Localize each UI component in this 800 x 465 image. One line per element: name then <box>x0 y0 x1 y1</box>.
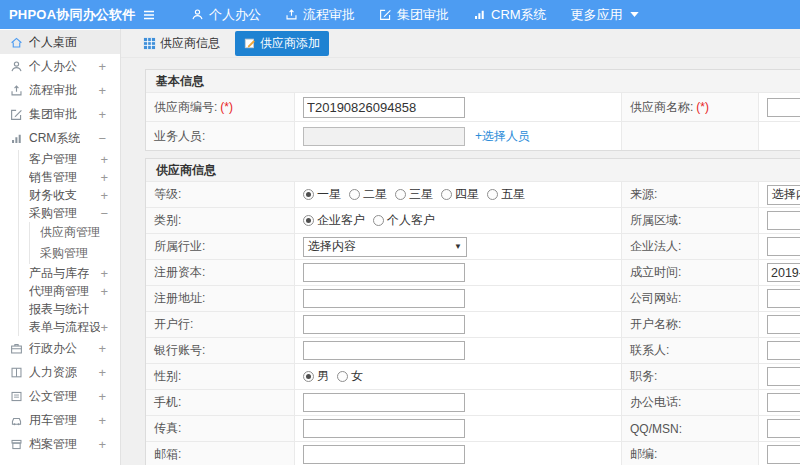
sidebar-item-label: 代理商管理 <box>29 283 89 300</box>
nav-personal-office[interactable]: 个人办公 <box>191 6 261 24</box>
reg-capital-input[interactable] <box>303 263 465 282</box>
level-radio-4[interactable]: 五星 <box>487 186 525 203</box>
home-icon <box>10 36 23 49</box>
sidebar-item-archive-mgmt[interactable]: 档案管理+ <box>0 432 120 456</box>
nav-group-approval[interactable]: 集团审批 <box>379 6 449 24</box>
expand-icon[interactable]: + <box>100 321 108 334</box>
contact-person-label: 联系人: <box>621 338 758 363</box>
expand-icon[interactable]: + <box>98 84 106 97</box>
level-radio-1[interactable]: 二星 <box>349 186 387 203</box>
sidebar-item-doc-mgmt[interactable]: 公文管理+ <box>0 384 120 408</box>
business-person-link[interactable]: +选择人员 <box>475 128 530 145</box>
sidebar-item-admin-office[interactable]: 行政办公+ <box>0 336 120 360</box>
expand-icon[interactable]: + <box>98 414 106 427</box>
sidebar-item-purchasing[interactable]: 采购管理 <box>30 243 120 264</box>
founded-date-input[interactable] <box>767 263 800 282</box>
sidebar-item-product-inventory[interactable]: 产品与库存+ <box>19 264 120 282</box>
office-phone-input[interactable] <box>767 393 800 412</box>
region-input[interactable] <box>767 211 800 230</box>
sidebar-item-agent-mgmt[interactable]: 代理商管理+ <box>19 282 120 300</box>
nav-workflow-approval[interactable]: 流程审批 <box>285 6 355 24</box>
radio-label: 二星 <box>363 186 387 203</box>
nav-crm-system[interactable]: CRM系统 <box>473 6 547 24</box>
supplier-name-cell <box>758 93 800 121</box>
expand-icon[interactable]: + <box>100 171 108 184</box>
expand-icon[interactable]: + <box>98 342 106 355</box>
expand-icon[interactable]: + <box>98 438 106 451</box>
contact-person-input[interactable] <box>767 341 800 360</box>
gender-label: 性别: <box>146 364 294 389</box>
tab-supplier-add[interactable]: 供应商添加 <box>235 31 329 56</box>
zip-code-input[interactable] <box>767 445 800 464</box>
expand-icon[interactable]: + <box>98 366 106 379</box>
sidebar-item-label: 供应商管理 <box>40 224 100 241</box>
business-person-input[interactable] <box>303 127 465 146</box>
collapse-icon[interactable]: − <box>100 207 108 220</box>
gender-radio-1[interactable]: 女 <box>337 368 363 385</box>
collapse-icon[interactable]: − <box>98 132 106 145</box>
category-radio-0[interactable]: 企业客户 <box>303 212 365 229</box>
level-radio-3[interactable]: 四星 <box>441 186 479 203</box>
account-name-input[interactable] <box>767 315 800 334</box>
fax-input[interactable] <box>303 419 465 438</box>
bank-input[interactable] <box>303 315 465 334</box>
label-text: 供应商名称: <box>630 99 693 116</box>
sidebar-item-vehicle-mgmt[interactable]: 用车管理+ <box>0 408 120 432</box>
label-text: 企业法人: <box>630 238 681 255</box>
sidebar-item-label: 流程审批 <box>29 82 77 99</box>
sidebar-item-hr[interactable]: 人力资源+ <box>0 360 120 384</box>
company-website-label: 公司网站: <box>621 286 758 311</box>
expand-icon[interactable]: + <box>100 267 108 280</box>
sidebar-item-finance[interactable]: 财务收支+ <box>19 186 120 204</box>
company-website-input[interactable] <box>767 289 800 308</box>
expand-icon[interactable]: + <box>100 285 108 298</box>
expand-icon[interactable]: + <box>100 189 108 202</box>
sidebar-item-purchase-mgmt[interactable]: 采购管理− <box>19 204 120 222</box>
category-radio-group: 企业客户个人客户 <box>303 212 443 229</box>
hamburger-menu-icon[interactable] <box>141 7 157 23</box>
nav-label: 集团审批 <box>397 6 449 24</box>
tab-supplier-info[interactable]: 供应商信息 <box>134 31 229 56</box>
category-radio-1[interactable]: 个人客户 <box>373 212 435 229</box>
sidebar-item-customer-mgmt[interactable]: 客户管理+ <box>19 150 120 168</box>
sidebar-item-supplier-mgmt[interactable]: 供应商管理 <box>30 222 120 243</box>
email-input[interactable] <box>303 445 465 464</box>
industry-label: 所属行业: <box>146 234 294 259</box>
bank-label: 开户行: <box>146 312 294 337</box>
gender-cell: 男女 <box>294 364 621 389</box>
legal-person-input[interactable] <box>767 237 800 256</box>
nav-more-apps[interactable]: 更多应用 <box>571 6 644 24</box>
supplier-code-input[interactable] <box>303 97 465 118</box>
bank-account-input[interactable] <box>303 341 465 360</box>
source-select[interactable]: 选择内容▼ <box>767 185 800 205</box>
industry-select[interactable]: 选择内容▼ <box>303 237 467 257</box>
sidebar-item-personal-office[interactable]: 个人办公+ <box>0 54 120 78</box>
sidebar-item-reports-stats[interactable]: 报表与统计 <box>19 300 120 318</box>
radio-label: 四星 <box>455 186 479 203</box>
bank-account-cell <box>294 338 621 363</box>
expand-icon[interactable]: + <box>98 390 106 403</box>
sidebar-item-sales-mgmt[interactable]: 销售管理+ <box>19 168 120 186</box>
expand-icon[interactable]: + <box>98 108 106 121</box>
sidebar-item-form-flow-settings[interactable]: 表单与流程设置+ <box>19 318 120 336</box>
level-radio-2[interactable]: 三星 <box>395 186 433 203</box>
qq-msn-input[interactable] <box>767 419 800 438</box>
sidebar-item-label: 用车管理 <box>29 412 77 429</box>
radio-icon <box>349 189 360 200</box>
level-radio-0[interactable]: 一星 <box>303 186 341 203</box>
expand-icon[interactable]: + <box>100 153 108 166</box>
label-text: 所属行业: <box>154 238 205 255</box>
sidebar-item-personal-desktop[interactable]: 个人桌面 <box>0 30 120 54</box>
mobile-input[interactable] <box>303 393 465 412</box>
sidebar-item-crm-system[interactable]: CRM系统− <box>0 126 120 150</box>
job-title-input[interactable] <box>767 367 800 386</box>
sidebar-item-workflow-approval[interactable]: 流程审批+ <box>0 78 120 102</box>
sidebar-item-group-approval[interactable]: 集团审批+ <box>0 102 120 126</box>
gender-radio-0[interactable]: 男 <box>303 368 329 385</box>
expand-icon[interactable]: + <box>98 60 106 73</box>
supplier-name-input[interactable] <box>767 98 800 117</box>
section-title: 供应商信息 <box>146 159 800 181</box>
reg-address-input[interactable] <box>303 289 465 308</box>
account-name-cell <box>758 312 800 337</box>
supplier-form: 基本信息供应商编号:(*)供应商名称:(*)业务人员:+选择人员供应商信息等级:… <box>121 58 800 465</box>
